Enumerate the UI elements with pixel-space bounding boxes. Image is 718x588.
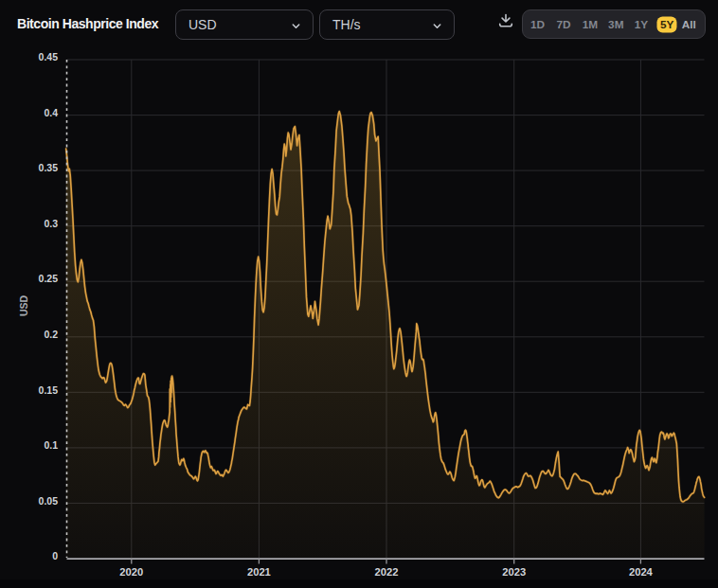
svg-text:0.25: 0.25 [39,273,59,284]
svg-text:0.4: 0.4 [44,107,58,118]
svg-text:0.1: 0.1 [44,439,58,451]
svg-text:0.35: 0.35 [39,162,59,173]
svg-text:0.05: 0.05 [39,495,59,507]
svg-text:0.2: 0.2 [44,329,58,340]
svg-text:2020: 2020 [119,566,143,578]
svg-text:0.15: 0.15 [39,384,59,396]
svg-text:2023: 2023 [502,566,526,578]
svg-text:0.3: 0.3 [44,218,58,229]
svg-text:2022: 2022 [375,566,399,578]
svg-text:0: 0 [52,550,58,561]
svg-text:USD: USD [18,294,29,316]
svg-text:2024: 2024 [629,566,654,578]
svg-text:0.45: 0.45 [39,51,59,62]
svg-text:2021: 2021 [247,566,271,578]
